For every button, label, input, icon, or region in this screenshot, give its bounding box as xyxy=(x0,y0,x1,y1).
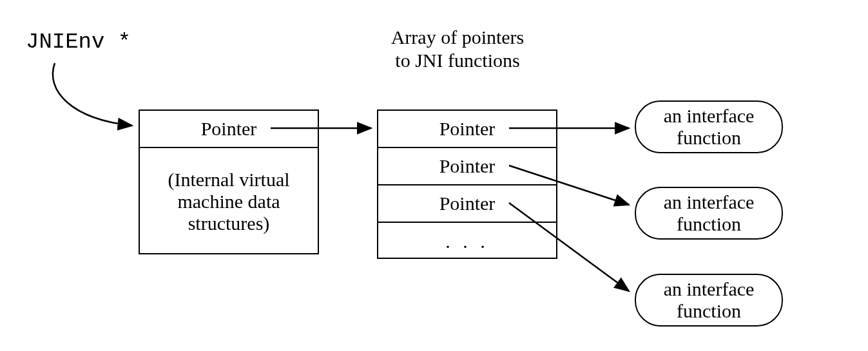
jnienv-internal-cell: (Internal virtual machine data structure… xyxy=(140,148,318,254)
if1-line1: an interface xyxy=(664,191,755,213)
internal-line1: (Internal virtual xyxy=(168,169,289,191)
interface-function-2: an interface function xyxy=(635,274,783,327)
array-cell-ellipsis: . . . xyxy=(378,223,556,260)
arrow-jnienv-to-box xyxy=(53,63,132,126)
array-cell-1: Pointer xyxy=(378,148,556,185)
array-title: Array of pointers to JNI functions xyxy=(354,26,561,72)
if2-line2: function xyxy=(677,300,741,321)
jnienv-struct-box: Pointer (Internal virtual machine data s… xyxy=(139,109,319,254)
jnienv-label: JNIEnv * xyxy=(26,29,131,55)
if1-line2: function xyxy=(677,213,741,234)
array-cell-2: Pointer xyxy=(378,185,556,223)
array-title-line1: Array of pointers xyxy=(391,26,525,48)
jnienv-pointer-cell: Pointer xyxy=(140,111,318,148)
interface-function-0: an interface function xyxy=(635,100,783,153)
if2-line1: an interface xyxy=(664,278,755,299)
internal-line2: machine data xyxy=(177,191,280,213)
interface-function-1: an interface function xyxy=(635,187,783,240)
array-title-line2: to JNI functions xyxy=(395,50,519,71)
if0-line2: function xyxy=(677,127,741,148)
array-cell-0: Pointer xyxy=(378,111,556,148)
internal-line3: structures) xyxy=(188,213,270,234)
if0-line1: an interface xyxy=(664,105,755,126)
function-table-box: Pointer Pointer Pointer . . . xyxy=(377,109,557,259)
